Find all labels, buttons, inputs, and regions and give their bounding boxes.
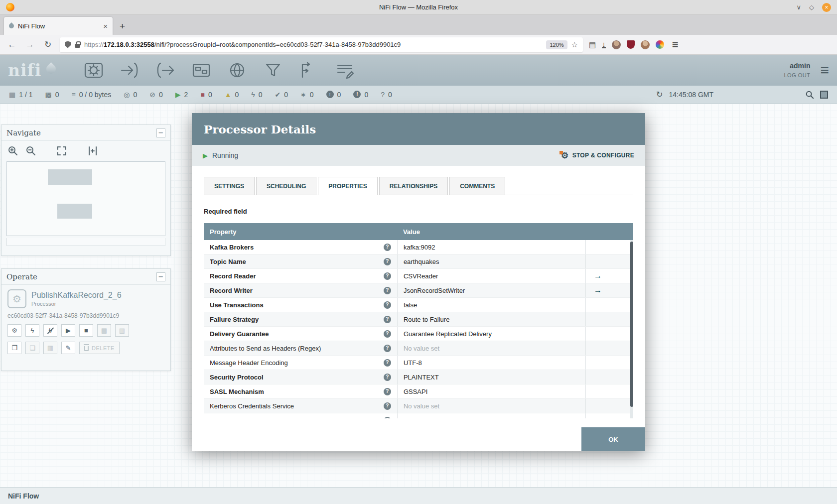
- tracking-shield-icon[interactable]: [65, 41, 71, 48]
- help-icon[interactable]: ?: [384, 244, 391, 251]
- help-icon[interactable]: ?: [384, 330, 391, 338]
- property-value[interactable]: JsonRecordSetWriter: [397, 283, 585, 297]
- tab-relationships[interactable]: RELATIONSHIPS: [379, 177, 448, 195]
- upload-template-button[interactable]: ▥: [115, 324, 129, 337]
- property-value[interactable]: kafka:9092: [397, 240, 585, 254]
- property-value[interactable]: [397, 413, 585, 418]
- help-icon[interactable]: ?: [384, 402, 391, 410]
- container-pinwheel-icon[interactable]: [656, 40, 664, 49]
- stop-button[interactable]: ■: [79, 324, 93, 337]
- new-tab-button[interactable]: +: [120, 21, 125, 32]
- property-row[interactable]: Record Reader?CSVReader→: [204, 269, 633, 283]
- property-row[interactable]: Kafka Brokers?kafka:9092: [204, 240, 633, 254]
- download-icon[interactable]: ↓: [602, 41, 606, 48]
- process-group-icon[interactable]: [191, 60, 211, 80]
- property-row[interactable]: Kerberos Credentials Service?No value se…: [204, 399, 633, 413]
- property-value[interactable]: false: [397, 298, 585, 312]
- zoom-in-icon[interactable]: [7, 145, 18, 156]
- output-port-icon[interactable]: [155, 60, 175, 80]
- lock-icon[interactable]: [75, 44, 80, 48]
- property-row[interactable]: Attributes to Send as Headers (Regex)?No…: [204, 341, 633, 356]
- property-value[interactable]: No value set: [397, 341, 585, 355]
- create-template-button[interactable]: ▤: [97, 324, 111, 337]
- property-value[interactable]: Guarantee Replicated Delivery: [397, 327, 585, 341]
- refresh-icon[interactable]: ↻: [656, 90, 663, 99]
- birdseye-minimap[interactable]: [6, 161, 165, 236]
- processor-icon[interactable]: [84, 60, 104, 80]
- enable-button[interactable]: ϟ: [25, 324, 39, 337]
- global-menu-icon[interactable]: ≡: [820, 63, 829, 78]
- property-row[interactable]: Use Transactions?false: [204, 298, 633, 312]
- property-row[interactable]: SASL Mechanism?GSSAPI: [204, 384, 633, 399]
- back-button[interactable]: ←: [6, 40, 18, 50]
- ok-button[interactable]: OK: [581, 427, 645, 451]
- help-icon[interactable]: ?: [384, 301, 391, 309]
- property-value[interactable]: GSSAPI: [397, 384, 585, 398]
- window-close-button[interactable]: ×: [822, 3, 831, 12]
- property-value[interactable]: PLAINTEXT: [397, 370, 585, 384]
- property-value[interactable]: UTF-8: [397, 356, 585, 370]
- browser-tab[interactable]: NiFi Flow ×: [4, 17, 113, 35]
- tab-scheduling[interactable]: SCHEDULING: [256, 177, 316, 195]
- property-row[interactable]: Failure Strategy?Route to Failure: [204, 312, 633, 327]
- help-icon[interactable]: ?: [384, 258, 391, 265]
- ublock-shield-icon[interactable]: [627, 40, 635, 49]
- help-icon[interactable]: ?: [384, 374, 391, 381]
- property-value[interactable]: Route to Failure: [397, 312, 585, 326]
- zoom-fit-icon[interactable]: [56, 145, 67, 156]
- property-value[interactable]: No value set: [397, 399, 585, 413]
- property-row[interactable]: Message Header Encoding?UTF-8: [204, 356, 633, 370]
- help-icon[interactable]: ?: [384, 359, 391, 367]
- tab-close-icon[interactable]: ×: [103, 22, 108, 30]
- stop-and-configure-button[interactable]: ⚙ STOP & CONFIGURE: [561, 151, 634, 160]
- search-icon[interactable]: [805, 90, 814, 99]
- zoom-out-icon[interactable]: [25, 145, 36, 156]
- funnel-icon[interactable]: [263, 60, 283, 80]
- window-maximize-button[interactable]: ◇: [809, 4, 814, 10]
- property-row-partial[interactable]: ?: [204, 413, 633, 418]
- reload-button[interactable]: ↻: [42, 39, 54, 50]
- help-icon[interactable]: ?: [384, 388, 391, 395]
- property-value[interactable]: CSVReader: [397, 269, 585, 283]
- window-minimize-button[interactable]: ∨: [796, 4, 801, 10]
- operate-collapse-button[interactable]: −: [156, 272, 165, 281]
- property-row[interactable]: Delivery Guarantee?Guarantee Replicated …: [204, 327, 633, 341]
- library-icon[interactable]: ▤: [589, 40, 596, 49]
- forward-button[interactable]: →: [24, 40, 36, 50]
- table-scrollbar-thumb[interactable]: [630, 242, 633, 407]
- property-row[interactable]: Record Writer?JsonRecordSetWriter→: [204, 283, 633, 298]
- url-bar[interactable]: https://172.18.0.3:32558/nifi/?processGr…: [60, 37, 583, 52]
- account-avatar-icon[interactable]: [612, 40, 621, 49]
- extension-avatar-icon[interactable]: [641, 40, 650, 49]
- start-button[interactable]: ▶: [61, 324, 75, 337]
- paste-button[interactable]: ❏: [25, 342, 39, 354]
- help-icon[interactable]: ?: [384, 417, 391, 419]
- navigate-collapse-button[interactable]: −: [156, 128, 165, 137]
- tab-settings[interactable]: SETTINGS: [204, 177, 255, 195]
- tab-properties[interactable]: PROPERTIES: [318, 177, 377, 195]
- input-port-icon[interactable]: [120, 60, 140, 80]
- copy-button[interactable]: ❐: [7, 342, 21, 354]
- panel-toggle-icon[interactable]: [820, 91, 828, 99]
- go-to-service-icon[interactable]: →: [594, 286, 602, 295]
- disable-button[interactable]: ϟ: [43, 324, 57, 337]
- help-icon[interactable]: ?: [384, 272, 391, 280]
- zoom-actual-icon[interactable]: [87, 145, 98, 156]
- property-row[interactable]: Topic Name?earthquakes: [204, 254, 633, 269]
- zoom-indicator[interactable]: 120%: [546, 40, 567, 49]
- help-icon[interactable]: ?: [384, 287, 391, 294]
- help-icon[interactable]: ?: [384, 316, 391, 323]
- property-row[interactable]: Security Protocol?PLAINTEXT: [204, 370, 633, 384]
- remote-process-group-icon[interactable]: [227, 60, 247, 80]
- label-icon[interactable]: [335, 60, 355, 80]
- delete-button[interactable]: DELETE: [79, 342, 120, 354]
- help-icon[interactable]: ?: [384, 345, 391, 352]
- group-button[interactable]: ▦: [43, 342, 57, 354]
- template-icon[interactable]: [299, 60, 319, 80]
- color-button[interactable]: ✎: [61, 342, 75, 354]
- bookmark-star-icon[interactable]: ☆: [571, 40, 578, 49]
- tab-comments[interactable]: COMMENTS: [449, 177, 505, 195]
- browser-menu-icon[interactable]: ≡: [672, 38, 679, 51]
- breadcrumb[interactable]: NiFi Flow: [8, 492, 39, 500]
- logout-link[interactable]: LOG OUT: [784, 71, 810, 80]
